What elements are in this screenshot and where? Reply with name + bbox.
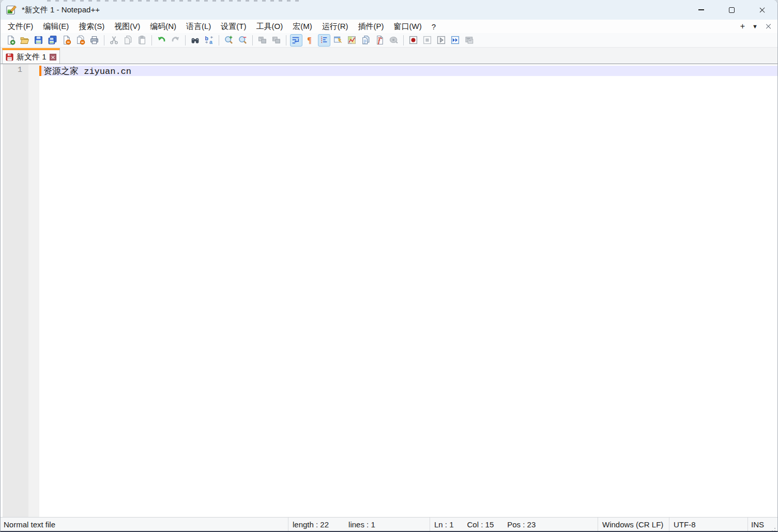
code-line-1[interactable]: 资源之家 ziyuan.cn	[39, 66, 777, 76]
encoding-label: UTF-8	[674, 520, 696, 529]
macro-save-icon	[464, 35, 474, 45]
word-wrap-button[interactable]	[290, 34, 302, 47]
new-tab-plus-icon[interactable]: +	[740, 22, 745, 31]
menu-item-edit[interactable]: 编辑(E)	[38, 21, 73, 33]
save-all-button[interactable]	[47, 34, 59, 47]
unsaved-file-icon	[6, 53, 13, 61]
menu-item-tools[interactable]: 工具(O)	[251, 21, 287, 33]
macro-stop-icon	[422, 35, 432, 45]
zoom-in-button[interactable]	[223, 34, 235, 47]
menu-bar: 文件(F)编辑(E)搜索(S)视图(V)编码(N)语言(L)设置(T)工具(O)…	[1, 20, 777, 33]
copy-icon	[123, 35, 133, 45]
sync-horizontal-scroll-icon	[271, 35, 281, 45]
text-area[interactable]: 资源之家 ziyuan.cn	[39, 64, 777, 517]
column-position-label: Col : 15	[467, 520, 494, 529]
close-tab-icon[interactable]	[765, 23, 771, 29]
close-all-button[interactable]	[74, 34, 87, 47]
toolbar-separator	[403, 35, 404, 45]
status-doc-size: length : 22 lines : 1	[288, 518, 430, 531]
copy-button	[122, 34, 134, 47]
close-all-icon	[75, 35, 85, 45]
toolbar-separator	[104, 35, 104, 45]
status-insert-mode[interactable]: INS	[748, 518, 777, 531]
undo-button[interactable]	[156, 34, 168, 47]
macro-run-multiple-button[interactable]	[449, 34, 462, 47]
editor-area[interactable]: 1 资源之家 ziyuan.cn	[1, 64, 777, 517]
document-map-icon	[347, 35, 357, 45]
save-file-icon	[34, 35, 43, 45]
save-file-button[interactable]	[33, 34, 45, 47]
menu-item-plugins[interactable]: 插件(P)	[353, 21, 388, 33]
sync-horizontal-scroll-button	[270, 34, 283, 47]
toolbar-separator	[286, 35, 286, 45]
show-indent-guide-button[interactable]	[318, 34, 330, 47]
title-bar: *新文件 1 - Notepad++	[1, 0, 777, 20]
macro-record-icon	[408, 35, 418, 45]
line-number-gutter: 1	[3, 64, 28, 517]
function-list-button[interactable]	[332, 34, 344, 47]
menu-item-language[interactable]: 语言(L)	[181, 21, 216, 33]
document-list-icon	[361, 35, 371, 45]
word-wrap-icon	[291, 35, 301, 45]
insert-mode-label: INS	[751, 520, 764, 529]
menu-item-help[interactable]: ?	[427, 21, 440, 32]
menu-item-settings[interactable]: 设置(T)	[216, 21, 251, 33]
status-eol-format[interactable]: Windows (CR LF)	[598, 518, 669, 531]
show-indent-guide-icon	[319, 35, 329, 45]
menu-item-view[interactable]: 视图(V)	[110, 21, 145, 33]
cut-button	[108, 34, 120, 47]
tab-new-file-1[interactable]: 新文件 1	[2, 48, 60, 64]
replace-button[interactable]	[203, 34, 216, 47]
find-button[interactable]	[189, 34, 202, 47]
monitoring-button	[388, 34, 400, 47]
menu-item-window[interactable]: 窗口(W)	[389, 21, 426, 33]
tab-label: 新文件 1	[17, 52, 47, 62]
menu-item-run[interactable]: 运行(R)	[317, 21, 353, 33]
show-all-characters-icon	[305, 35, 315, 45]
redo-icon	[171, 35, 180, 45]
window-controls	[686, 0, 777, 20]
maximize-icon	[729, 7, 735, 13]
print-button[interactable]	[88, 34, 101, 47]
function-list-icon	[333, 35, 343, 45]
menu-item-encoding[interactable]: 编码(N)	[145, 21, 181, 33]
menu-item-macro[interactable]: 宏(M)	[288, 21, 317, 33]
redo-button	[170, 34, 182, 47]
new-file-button[interactable]	[5, 34, 17, 47]
cut-icon	[109, 35, 119, 45]
close-file-button[interactable]	[60, 34, 73, 47]
close-file-icon	[62, 35, 71, 45]
macro-stop-button	[421, 34, 434, 47]
tab-close-icon[interactable]	[50, 54, 56, 60]
status-bar: Normal text file length : 22 lines : 1 L…	[1, 517, 777, 531]
close-button[interactable]	[747, 0, 777, 20]
folder-as-workspace-icon	[375, 35, 385, 45]
paste-button	[136, 34, 148, 47]
background-window-artifact	[47, 0, 300, 2]
document-map-button[interactable]	[346, 34, 358, 47]
close-icon	[759, 7, 766, 13]
lines-label: lines : 1	[348, 520, 375, 529]
document-list-button[interactable]	[360, 34, 372, 47]
show-all-characters-button[interactable]	[304, 34, 316, 47]
status-doc-type: Normal text file	[1, 518, 288, 531]
macro-run-multiple-icon	[450, 35, 460, 45]
maximize-button[interactable]	[716, 0, 747, 20]
new-file-icon	[6, 35, 16, 45]
offset-position-label: Pos : 23	[507, 520, 536, 529]
tab-list-dropdown-icon[interactable]: ▼	[752, 23, 758, 29]
macro-record-button[interactable]	[407, 34, 420, 47]
find-icon	[190, 35, 200, 45]
resize-grip[interactable]	[774, 528, 776, 529]
status-encoding[interactable]: UTF-8	[669, 518, 748, 531]
minimize-button[interactable]	[686, 0, 716, 20]
menu-item-search[interactable]: 搜索(S)	[74, 21, 109, 33]
monitoring-icon	[389, 35, 399, 45]
print-icon	[89, 35, 99, 45]
open-file-button[interactable]	[19, 34, 31, 47]
zoom-out-button[interactable]	[237, 34, 249, 47]
menu-item-file[interactable]: 文件(F)	[3, 21, 38, 33]
paste-icon	[137, 35, 147, 45]
folder-as-workspace-button[interactable]	[374, 34, 386, 47]
macro-playback-button[interactable]	[435, 34, 448, 47]
